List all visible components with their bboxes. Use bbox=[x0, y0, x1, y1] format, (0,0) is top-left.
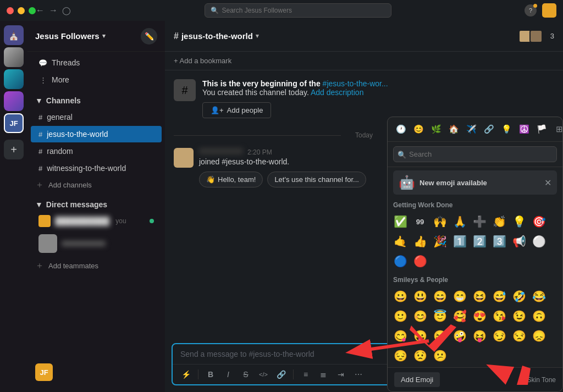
emoji-laughing[interactable]: 😆 bbox=[470, 287, 489, 306]
italic-button[interactable]: I bbox=[220, 367, 236, 382]
emoji-rofl[interactable]: 🤣 bbox=[510, 287, 528, 306]
emoji-plus[interactable]: ➕ bbox=[470, 212, 489, 231]
emoji-smirk[interactable]: 😏 bbox=[490, 327, 509, 345]
maximize-button[interactable] bbox=[29, 7, 36, 14]
emoji-dart[interactable]: 🎯 bbox=[529, 212, 548, 231]
rail-item-workspace-2[interactable] bbox=[4, 69, 24, 89]
intro-channel-link[interactable]: #jesus-to-the-wor... bbox=[323, 79, 388, 88]
emoji-check[interactable]: ✅ bbox=[391, 212, 410, 231]
emoji-red-circle[interactable]: 🔴 bbox=[411, 252, 429, 270]
workspace-name[interactable]: Jesus Followers ▾ bbox=[35, 31, 106, 41]
user-avatar[interactable] bbox=[542, 3, 556, 18]
emoji-pensive[interactable]: 😔 bbox=[391, 346, 410, 365]
back-button[interactable]: ← bbox=[36, 5, 45, 15]
emoji-party[interactable]: 🎉 bbox=[430, 232, 449, 251]
minimize-button[interactable] bbox=[18, 7, 25, 14]
emoji-winking[interactable]: 😉 bbox=[510, 307, 528, 325]
emoji-innocent[interactable]: 😇 bbox=[430, 307, 449, 325]
rail-add-button[interactable]: + bbox=[4, 140, 24, 159]
add-teammates-button[interactable]: ＋ Add teammates bbox=[27, 258, 165, 273]
emoji-tab-recent[interactable]: 🕐 bbox=[393, 122, 409, 137]
emoji-slightly-smiling[interactable]: 🙂 bbox=[391, 307, 410, 325]
emoji-smiley[interactable]: 😃 bbox=[411, 287, 429, 306]
emoji-beaming[interactable]: 😁 bbox=[450, 287, 469, 306]
emoji-tab-objects[interactable]: 💡 bbox=[499, 122, 514, 137]
emoji-tab-nature[interactable]: 🌿 bbox=[428, 122, 444, 137]
link-button[interactable]: 🔗 bbox=[273, 367, 289, 382]
user-status-avatar[interactable]: JF bbox=[35, 363, 53, 381]
emoji-worried[interactable]: 😟 bbox=[411, 346, 429, 365]
emoji-upside-down[interactable]: 🙃 bbox=[529, 307, 548, 325]
emoji-sweat-smile[interactable]: 😅 bbox=[490, 287, 509, 306]
add-channels-button[interactable]: ＋ Add channels bbox=[27, 177, 165, 192]
sidebar-dm-user2[interactable] bbox=[31, 230, 162, 257]
emoji-disappointed[interactable]: 😞 bbox=[529, 327, 548, 345]
help-button[interactable]: ? bbox=[525, 4, 537, 16]
emoji-grinning[interactable]: 😀 bbox=[391, 287, 410, 306]
emoji-tab-custom[interactable]: ⊞ bbox=[551, 122, 562, 137]
emoji-clap[interactable]: 👏 bbox=[490, 212, 509, 231]
emoji-three[interactable]: 3️⃣ bbox=[490, 232, 509, 251]
emoji-raised-hands[interactable]: 🙌 bbox=[430, 212, 449, 231]
emoji-melting[interactable]: 😋 bbox=[391, 327, 410, 345]
skin-tone-selector[interactable]: Skin Tone bbox=[527, 376, 556, 384]
emoji-tab-activities[interactable]: 🔗 bbox=[481, 122, 496, 137]
bullet-list-button[interactable]: ≣ bbox=[316, 367, 331, 382]
emoji-mega[interactable]: 📢 bbox=[510, 232, 528, 251]
emoji-bulb[interactable]: 💡 bbox=[510, 212, 528, 231]
add-description-link[interactable]: Add description bbox=[311, 88, 364, 97]
rail-item-workspace-1[interactable] bbox=[4, 47, 24, 67]
emoji-99[interactable]: 99 bbox=[411, 212, 429, 231]
emoji-confused[interactable]: 😕 bbox=[430, 346, 449, 365]
emoji-call-me[interactable]: 🤙 bbox=[391, 232, 410, 251]
banner-close-button[interactable]: ✕ bbox=[544, 178, 551, 188]
ordered-list-button[interactable]: ≡ bbox=[298, 367, 313, 382]
more-formatting-button[interactable]: ⋯ bbox=[351, 367, 366, 382]
code-button[interactable]: </> bbox=[256, 367, 271, 382]
emoji-pray[interactable]: 🙏 bbox=[450, 212, 469, 231]
channel-title[interactable]: # jesus-to-the-world ▾ bbox=[174, 31, 259, 41]
emoji-blush[interactable]: 😊 bbox=[411, 307, 429, 325]
sidebar-channel-random[interactable]: # random bbox=[31, 143, 162, 159]
emoji-tab-symbols[interactable]: ☮️ bbox=[516, 122, 532, 137]
emoji-smile[interactable]: 😄 bbox=[430, 287, 449, 306]
strikethrough-button[interactable]: S bbox=[238, 367, 253, 382]
bold-button[interactable]: B bbox=[203, 367, 218, 382]
emoji-tab-flags[interactable]: 🏳️ bbox=[534, 122, 549, 137]
close-button[interactable] bbox=[7, 7, 14, 14]
emoji-one[interactable]: 1️⃣ bbox=[450, 232, 469, 251]
emoji-squinting-tongue[interactable]: 😝 bbox=[470, 327, 489, 345]
add-people-button[interactable]: 👤+ Add people bbox=[202, 102, 271, 118]
sidebar-channel-general[interactable]: # general bbox=[31, 109, 162, 125]
emoji-winking-tongue[interactable]: 😜 bbox=[430, 327, 449, 345]
lightning-button[interactable]: ⚡ bbox=[178, 367, 194, 382]
add-emoji-button[interactable]: Add Emoji bbox=[394, 372, 440, 387]
sidebar-item-more[interactable]: ⋮ More bbox=[31, 71, 162, 88]
emoji-heart-eyes[interactable]: 🥰 bbox=[450, 307, 469, 325]
emoji-tab-travel[interactable]: ✈️ bbox=[463, 122, 479, 137]
emoji-star-struck[interactable]: 😘 bbox=[490, 307, 509, 325]
sidebar-item-threads[interactable]: 💬 Threads bbox=[31, 54, 162, 71]
sidebar-dm-you[interactable]: ██████████ you bbox=[31, 213, 162, 229]
emoji-white-circle[interactable]: ⚪ bbox=[529, 232, 548, 251]
emoji-tab-food[interactable]: 🏠 bbox=[446, 122, 461, 137]
search-bar[interactable]: 🔍 bbox=[205, 3, 391, 18]
emoji-search-input[interactable] bbox=[393, 146, 557, 162]
emoji-joy[interactable]: 😂 bbox=[529, 287, 548, 306]
rail-item-workspace-3[interactable] bbox=[4, 91, 24, 111]
search-input[interactable] bbox=[222, 7, 385, 14]
forward-button[interactable]: → bbox=[49, 5, 58, 15]
emoji-blue-circle[interactable]: 🔵 bbox=[391, 252, 410, 270]
emoji-zany[interactable]: 🤪 bbox=[450, 327, 469, 345]
rail-item-jf[interactable]: JF bbox=[4, 113, 24, 133]
dm-header[interactable]: ▼ Direct messages bbox=[27, 197, 165, 212]
emoji-tongue[interactable]: 😛 bbox=[411, 327, 429, 345]
sidebar-channel-witnessing[interactable]: # witnessing-to-the-world bbox=[31, 160, 162, 176]
rail-item-home[interactable]: ⛪ bbox=[4, 25, 24, 45]
add-bookmark-button[interactable]: + Add a bookmark bbox=[174, 57, 231, 65]
emoji-heart-face[interactable]: 😍 bbox=[470, 307, 489, 325]
sidebar-channel-jesus-to-the-world[interactable]: # jesus-to-the-world bbox=[31, 126, 162, 142]
suggestion-chip-2[interactable]: Let's use this channel for... bbox=[267, 172, 366, 187]
suggestion-chip-1[interactable]: 👋 Hello, team! bbox=[199, 172, 263, 187]
emoji-tab-smileys[interactable]: 😊 bbox=[411, 122, 426, 137]
